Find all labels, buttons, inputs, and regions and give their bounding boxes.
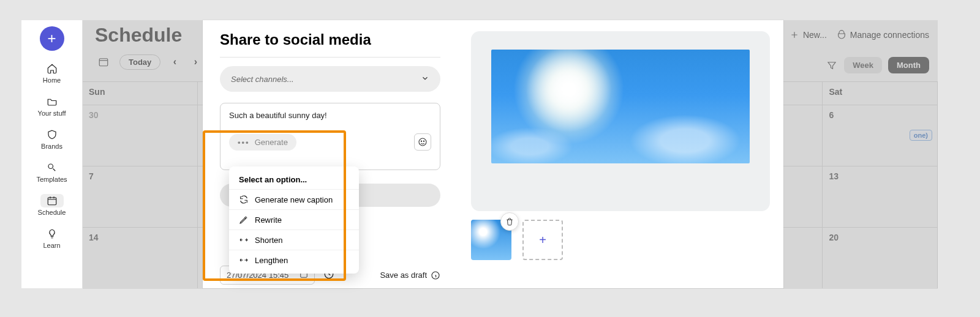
- svg-rect-2: [99, 59, 108, 66]
- chevron-down-icon: [421, 74, 429, 84]
- view-month-button[interactable]: Month: [888, 57, 929, 73]
- option-generate-new[interactable]: Generate new caption: [229, 189, 359, 209]
- media-thumbnail[interactable]: [471, 220, 511, 260]
- add-media-button[interactable]: +: [522, 220, 563, 260]
- today-button[interactable]: Today: [119, 54, 160, 70]
- info-icon: [431, 270, 440, 280]
- sidebar-item-label: Home: [43, 76, 61, 84]
- dropdown-header: Select an option...: [229, 173, 359, 189]
- prev-month-button[interactable]: ‹: [168, 55, 181, 69]
- sidebar-item-label: Templates: [36, 176, 67, 183]
- share-title: Share to social media: [220, 31, 440, 48]
- generate-button[interactable]: ••• Generate: [229, 134, 296, 151]
- caption-text: Such a beautiful sunny day!: [229, 111, 431, 120]
- sidebar-item-home[interactable]: Home: [21, 58, 82, 88]
- option-shorten[interactable]: Shorten: [229, 229, 359, 250]
- view-week-button[interactable]: Week: [844, 57, 882, 73]
- option-rewrite[interactable]: Rewrite: [229, 209, 359, 229]
- preview-image: [491, 50, 750, 163]
- calendar-cell[interactable]: 13: [823, 166, 938, 227]
- sidebar-item-label: Your stuff: [38, 110, 66, 117]
- svg-point-3: [419, 138, 426, 146]
- more-icon: •••: [238, 138, 250, 147]
- manage-connections-button[interactable]: Manage connections: [837, 30, 929, 40]
- svg-point-0: [48, 164, 53, 169]
- calendar-picker-icon[interactable]: [95, 53, 112, 70]
- sidebar-item-yourstuff[interactable]: Your stuff: [21, 91, 82, 121]
- create-button[interactable]: +: [40, 26, 64, 51]
- sidebar-item-label: Schedule: [38, 209, 66, 216]
- event-badge[interactable]: one): [910, 130, 932, 141]
- sidebar-item-learn[interactable]: Learn: [21, 223, 82, 253]
- sidebar-item-brands[interactable]: Brands: [21, 124, 82, 154]
- calendar-cell[interactable]: 6 one): [823, 105, 938, 166]
- preview-card: [471, 31, 770, 211]
- templates-icon: [45, 161, 59, 174]
- next-month-button[interactable]: ›: [189, 55, 202, 69]
- home-icon: [45, 62, 59, 75]
- option-lengthen[interactable]: Lengthen: [229, 250, 359, 270]
- svg-point-4: [421, 141, 421, 141]
- day-header-sat: Sat: [823, 82, 938, 105]
- calendar-cell[interactable]: 7: [83, 166, 198, 227]
- save-draft-button[interactable]: Save as draft: [380, 270, 440, 280]
- sidebar-item-schedule[interactable]: Schedule: [21, 190, 82, 220]
- day-header-sun: Sun: [83, 82, 198, 105]
- calendar-cell[interactable]: 14: [83, 228, 198, 288]
- sidebar-item-templates[interactable]: Templates: [21, 157, 82, 187]
- shield-icon: [45, 128, 59, 141]
- sidebar-item-label: Brands: [41, 143, 62, 150]
- svg-rect-1: [48, 198, 56, 205]
- channel-placeholder: Select channels...: [231, 75, 294, 84]
- left-sidebar: + Home Your stuff Brands Templates Sched…: [21, 20, 83, 288]
- generate-dropdown: Select an option... Generate new caption…: [229, 166, 359, 274]
- page-title: Schedule: [95, 24, 182, 47]
- calendar-icon: [40, 194, 64, 207]
- caption-input[interactable]: Such a beautiful sunny day! ••• Generate: [220, 103, 440, 170]
- calendar-cell[interactable]: 30: [83, 105, 198, 166]
- calendar-cell[interactable]: 20: [823, 228, 938, 288]
- lightbulb-icon: [45, 227, 59, 241]
- delete-media-button[interactable]: [500, 212, 519, 231]
- svg-point-5: [423, 141, 424, 141]
- sidebar-item-label: Learn: [43, 242, 60, 249]
- folder-icon: [45, 95, 59, 108]
- filter-icon[interactable]: [826, 59, 838, 72]
- share-modal: Share to social media Select channels...…: [203, 20, 783, 288]
- channel-select[interactable]: Select channels...: [220, 66, 440, 92]
- emoji-button[interactable]: [414, 133, 431, 151]
- new-button[interactable]: New...: [790, 30, 827, 40]
